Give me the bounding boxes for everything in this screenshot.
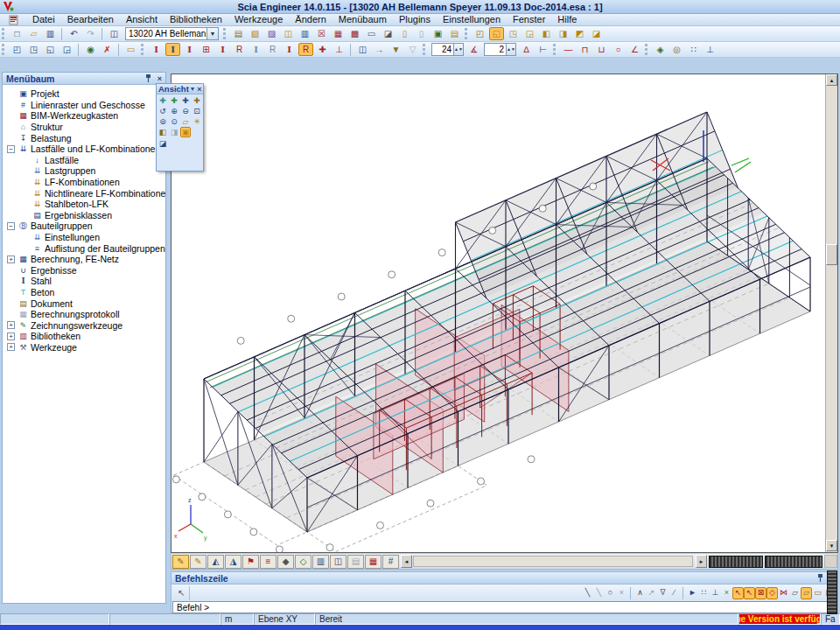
tree-item-werkzeuge[interactable]: +⚒Werkzeuge	[4, 342, 165, 354]
beam-check-2-icon[interactable]: I	[165, 43, 180, 56]
redo-icon[interactable]: ↷	[83, 27, 98, 40]
tree-item-zeichnungswerkzeuge[interactable]: +✎Zeichnungswerkzeuge	[4, 319, 165, 331]
minimized-window-bar-2[interactable]	[765, 556, 822, 568]
tree-item-stahl[interactable]: IStahl	[4, 276, 165, 287]
cascade-icon[interactable]: ◰	[10, 43, 24, 56]
gallery-icon[interactable]: ▧	[248, 27, 262, 40]
snap-clear-icon[interactable]: ×	[616, 587, 627, 599]
toolbar-handle[interactable]	[465, 28, 469, 39]
dim-horizontal-icon[interactable]: ⊓	[578, 43, 592, 56]
pin-icon[interactable]	[815, 573, 826, 584]
spinner-arrows-icon[interactable]: ▲▼	[506, 44, 515, 55]
tree-item-stahlbeton-lfk[interactable]: ⇊Stahlbeton-LFK	[4, 199, 165, 210]
expand-icon[interactable]: +	[7, 343, 15, 351]
zoom-selection-icon[interactable]: ⊙	[169, 116, 179, 127]
tree-item-berechnung-fe-netz[interactable]: +▦Berechnung, FE-Netz	[4, 254, 165, 265]
tree-item-linienraster-und-geschosse[interactable]: #Linienraster und Geschosse	[4, 100, 165, 111]
circle-tool-icon[interactable]: ○	[611, 43, 626, 56]
snap-circle-icon[interactable]: ○	[605, 587, 616, 599]
expand-icon[interactable]: +	[7, 256, 15, 263]
wire-pencil-icon[interactable]: ✎	[172, 555, 189, 569]
viewport-horizontal-scrollbar[interactable]	[413, 556, 693, 567]
toolbar-handle[interactable]	[223, 28, 228, 39]
zoom-out-icon[interactable]: ⊖	[180, 106, 191, 116]
save-icon[interactable]: ▥	[43, 27, 58, 40]
table-icon[interactable]: ▩	[347, 27, 362, 40]
command-input[interactable]: Befehl >	[172, 601, 836, 613]
surfaces-icon[interactable]: ◮	[225, 555, 242, 569]
light-icon[interactable]: ☀	[192, 116, 202, 127]
close-icon[interactable]: ×	[196, 84, 203, 94]
report-icon[interactable]: ▤	[447, 27, 462, 40]
chevron-down-icon[interactable]: ▼	[189, 84, 196, 94]
beam-check-5-icon[interactable]: I	[215, 43, 230, 56]
font-size-icon[interactable]: ≡	[260, 555, 276, 569]
view-z-icon[interactable]: ✚	[180, 95, 191, 106]
zoom-in-icon[interactable]: ⊕	[169, 106, 179, 116]
display-settings-icon[interactable]: ◫	[355, 43, 370, 56]
pin-icon[interactable]	[143, 74, 154, 84]
ratio-snap-icon[interactable]: ⋈	[778, 587, 789, 599]
rotate-view-icon[interactable]: ↺	[158, 106, 168, 116]
open-project-icon[interactable]: ▭	[123, 43, 138, 56]
open-folder-icon[interactable]: ▱	[26, 27, 41, 40]
paint-selection-icon[interactable]: ◈	[653, 43, 668, 56]
tree-item-bauteilgruppen[interactable]: −ⒷBauteilgruppen	[4, 220, 165, 232]
zoom-window-icon[interactable]: ⊡	[192, 106, 202, 116]
menu-plugins[interactable]: Plugins	[393, 14, 437, 24]
tree-item-auflistung-der-bauteilgruppen[interactable]: ≡Auflistung der Bauteilgruppen	[4, 242, 165, 254]
snap-slash-icon[interactable]: ∕	[668, 587, 680, 599]
copy-doc-icon[interactable]: ◫	[281, 27, 296, 40]
tree-item-projekt[interactable]: ▣Projekt	[4, 88, 165, 100]
tree-item-lf-kombinationen[interactable]: ⇊LF-Kombinationen	[4, 177, 165, 188]
view-window-7-icon[interactable]: ◩	[572, 27, 587, 40]
ucs-icon[interactable]: ⊥	[703, 43, 718, 56]
slope-icon[interactable]: ∆	[519, 43, 534, 56]
line-grid-icon[interactable]: ⊥	[710, 587, 721, 599]
scroll-thumb[interactable]	[826, 244, 837, 265]
menu-datei[interactable]: Datei	[26, 14, 61, 24]
model-3d-view[interactable]: zxy	[172, 74, 825, 552]
minimized-window-bar-3[interactable]	[827, 570, 837, 614]
beam-check-3-icon[interactable]: I	[182, 43, 197, 56]
ansicht-palette-header[interactable]: Ansicht ▼ ×	[157, 84, 203, 94]
toolbar-handle[interactable]	[141, 44, 145, 55]
beam-check-8-icon[interactable]: R	[265, 43, 280, 56]
camera-gray-icon[interactable]: ◨	[169, 127, 179, 137]
render-mode-icon[interactable]: ◆	[277, 555, 294, 569]
view-window-8-icon[interactable]: ◪	[589, 27, 604, 40]
view-window-5-icon[interactable]: ◧	[539, 27, 554, 40]
snap-polyline-icon[interactable]: ╲	[593, 587, 605, 599]
viewport-vertical-scrollbar[interactable]: ▲ ▼	[825, 74, 837, 552]
snap-line-icon[interactable]: ╲	[582, 587, 593, 599]
tile-vertical-icon[interactable]: ◲	[60, 43, 74, 56]
beam-check-10-icon[interactable]: R	[298, 43, 313, 56]
scroll-left-icon[interactable]: ◄	[401, 555, 412, 568]
axo-view-icon[interactable]: ◇	[295, 555, 312, 569]
intersection-snap-icon[interactable]: ↖	[744, 587, 755, 599]
scroll-right-icon[interactable]: ►	[696, 555, 707, 568]
cursor-snap-icon[interactable]: ►	[687, 587, 698, 599]
view-window-2-icon[interactable]: ◱	[489, 27, 504, 40]
toolbar-handle[interactable]	[2, 28, 6, 39]
beam-check-6-icon[interactable]: R	[232, 43, 247, 56]
polygon-snap-icon[interactable]: ▱	[789, 587, 801, 599]
view-y-icon[interactable]: ✚	[169, 95, 179, 106]
load-display-icon[interactable]: ▥	[312, 555, 329, 569]
tree-item-nichtlineare-lf-kombinationen[interactable]: ⇊Nichtlineare LF-Kombinationen	[4, 187, 165, 199]
chevron-down-icon[interactable]: ▼	[206, 28, 218, 39]
snap-direction-icon[interactable]: ↗	[646, 587, 657, 599]
expand-icon[interactable]: +	[7, 321, 15, 329]
layer-filter-icon[interactable]: ▼	[388, 43, 403, 56]
document-gray-icon[interactable]: ▯	[414, 27, 429, 40]
point-grid-icon[interactable]: ∷	[686, 43, 701, 56]
render-pencil-icon[interactable]: ✎	[190, 555, 206, 569]
grid-size-spinner[interactable]: 24 ▲▼	[431, 43, 464, 56]
document-icon[interactable]: ▯	[397, 27, 412, 40]
update-available-badge[interactable]: Neue Version ist verfügbar	[738, 613, 821, 625]
angle-tool-icon[interactable]: ∠	[627, 43, 642, 56]
clip-box-icon[interactable]: ▣	[180, 127, 191, 137]
picture-icon[interactable]: ▨	[264, 27, 279, 40]
angle-snap-icon[interactable]: ∡	[466, 43, 481, 56]
scroll-up-icon[interactable]: ▲	[826, 74, 837, 86]
